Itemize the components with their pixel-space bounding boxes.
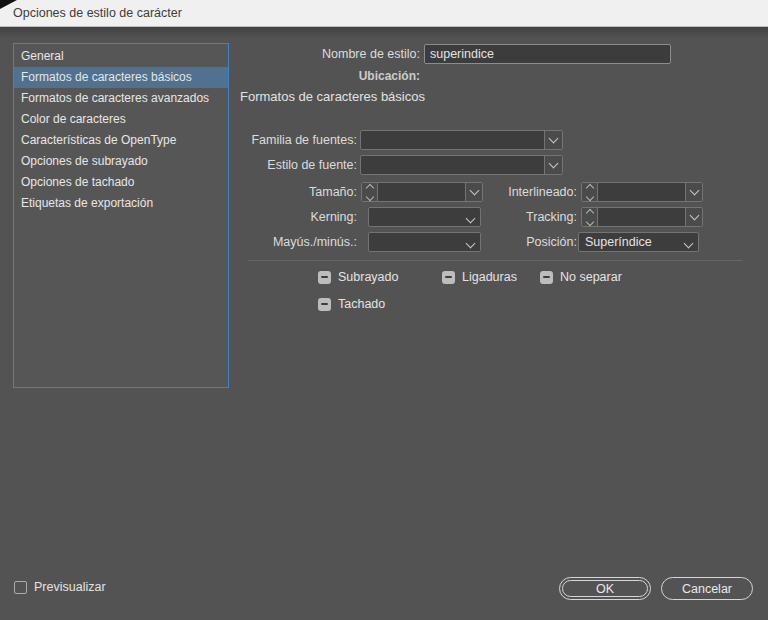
stepper-down-icon (365, 192, 373, 200)
dialog-body: General Formatos de caracteres básicos F… (0, 27, 768, 620)
no-break-checkbox[interactable]: No separar (540, 270, 622, 284)
tracking-value (598, 208, 685, 226)
indeterminate-checkbox-icon (442, 271, 455, 284)
chevron-down-icon (689, 186, 699, 196)
indeterminate-checkbox-icon (540, 271, 553, 284)
size-value (378, 183, 465, 201)
font-family-label: Familia de fuentes: (251, 130, 357, 150)
case-dropdown[interactable] (368, 232, 481, 252)
no-break-checkbox-label: No separar (560, 270, 622, 284)
stepper-up-icon (585, 183, 593, 191)
sidebar-item-underline-options[interactable]: Opciones de subrayado (14, 151, 228, 172)
kerning-dropdown[interactable] (368, 207, 481, 227)
size-chevron-button[interactable] (465, 183, 482, 201)
size-combobox[interactable] (361, 182, 483, 202)
font-family-chevron-button[interactable] (544, 131, 562, 149)
sidebar-panel-list: General Formatos de caracteres básicos F… (13, 43, 229, 388)
character-style-options-dialog: Opciones de estilo de carácter General F… (0, 0, 768, 620)
tracking-chevron-button[interactable] (685, 208, 702, 226)
leading-combobox[interactable] (581, 182, 703, 202)
leading-stepper[interactable] (582, 183, 598, 201)
font-family-dropdown[interactable] (360, 130, 563, 150)
sidebar-item-general[interactable]: General (14, 46, 228, 67)
chevron-down-icon (469, 186, 479, 196)
position-label: Posición: (526, 232, 577, 252)
sidebar-item-strikethrough-options[interactable]: Opciones de tachado (14, 172, 228, 193)
dialog-titlebar: Opciones de estilo de carácter (0, 0, 768, 27)
tracking-combobox[interactable] (581, 207, 703, 227)
font-style-label: Estilo de fuente: (267, 155, 357, 175)
underline-checkbox[interactable]: Subrayado (318, 270, 398, 284)
preview-checkbox-label: Previsualizar (34, 580, 106, 594)
underline-checkbox-label: Subrayado (338, 270, 398, 284)
location-label: Ubicación: (359, 69, 420, 83)
unchecked-checkbox-icon (14, 581, 27, 594)
strikethrough-checkbox-label: Tachado (338, 297, 385, 311)
stepper-down-icon (585, 192, 593, 200)
leading-value (598, 183, 685, 201)
size-label: Tamaño: (309, 182, 357, 202)
font-family-value (361, 131, 544, 149)
stepper-up-icon (365, 183, 373, 191)
kerning-value (369, 208, 480, 226)
indeterminate-checkbox-icon (318, 271, 331, 284)
leading-chevron-button[interactable] (685, 183, 702, 201)
sidebar-item-advanced-character-formats[interactable]: Formatos de caracteres avanzados (14, 88, 228, 109)
ligatures-checkbox[interactable]: Ligaduras (442, 270, 517, 284)
sidebar-item-basic-character-formats[interactable]: Formatos de caracteres básicos (14, 67, 228, 88)
section-title: Formatos de caracteres básicos (240, 89, 425, 104)
chevron-down-icon (689, 211, 699, 221)
case-label: Mayús./minús.: (273, 232, 357, 252)
style-name-input[interactable] (424, 44, 671, 64)
size-stepper[interactable] (362, 183, 378, 201)
preview-checkbox[interactable]: Previsualizar (14, 580, 106, 594)
sidebar-item-character-color[interactable]: Color de caracteres (14, 109, 228, 130)
tracking-stepper[interactable] (582, 208, 598, 226)
position-dropdown[interactable]: Superíndice (578, 232, 699, 252)
font-style-dropdown[interactable] (360, 155, 563, 175)
stepper-up-icon (585, 208, 593, 216)
font-style-value (361, 156, 544, 174)
sidebar-item-export-tagging[interactable]: Etiquetas de exportación (14, 193, 228, 214)
leading-label: Interlineado: (508, 182, 577, 202)
cancel-button[interactable]: Cancelar (661, 577, 753, 600)
kerning-label: Kerning: (310, 207, 357, 227)
sidebar-item-opentype-features[interactable]: Características de OpenType (14, 130, 228, 151)
indeterminate-checkbox-icon (318, 298, 331, 311)
ligatures-checkbox-label: Ligaduras (462, 270, 517, 284)
position-value: Superíndice (579, 233, 698, 251)
font-style-chevron-button[interactable] (544, 156, 562, 174)
ok-button[interactable]: OK (559, 577, 651, 600)
stepper-down-icon (585, 217, 593, 225)
case-value (369, 233, 480, 251)
style-name-label: Nombre de estilo: (322, 44, 420, 64)
section-separator (248, 260, 742, 261)
chevron-down-icon (549, 159, 559, 169)
strikethrough-checkbox[interactable]: Tachado (318, 297, 385, 311)
dialog-title: Opciones de estilo de carácter (13, 6, 182, 20)
tracking-label: Tracking: (526, 207, 577, 227)
chevron-down-icon (549, 134, 559, 144)
